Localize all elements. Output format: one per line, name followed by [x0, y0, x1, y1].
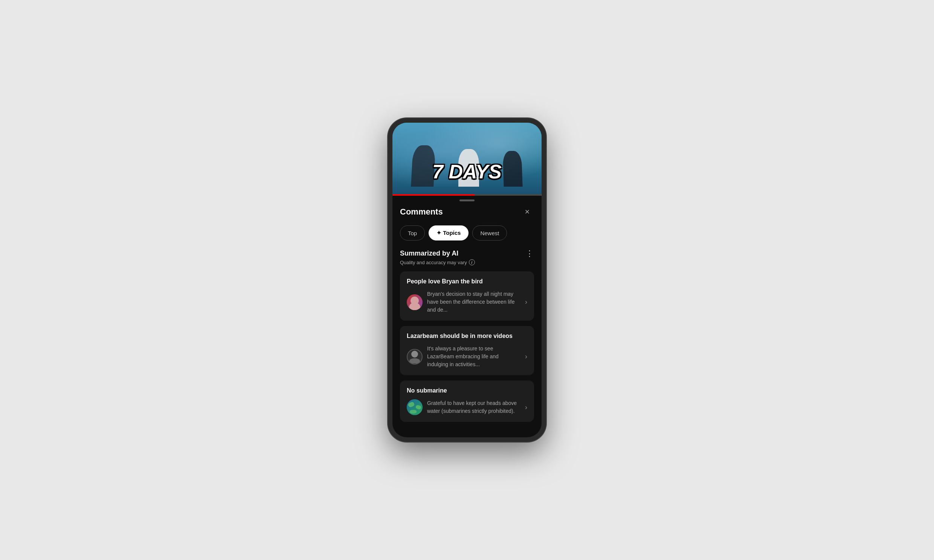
tab-topics-label: Topics: [443, 229, 461, 236]
more-options-button[interactable]: ⋮: [526, 249, 534, 258]
topic-card-submarine-text: Grateful to have kept our heads above wa…: [427, 399, 521, 415]
topic-card-bryan[interactable]: People love Bryan the bird Bryan's decis…: [400, 271, 534, 321]
tab-top[interactable]: Top: [400, 225, 425, 240]
comments-title: Comments: [400, 207, 443, 217]
topic-card-submarine[interactable]: No submarine Grateful to have kept our h…: [400, 380, 534, 422]
topic-card-bryan-text: Bryan's decision to stay all night may h…: [427, 290, 521, 314]
drag-indicator-area: [392, 196, 542, 204]
filter-tabs: Top ✦Topics Newest: [400, 225, 534, 240]
drag-pill: [459, 200, 475, 202]
avatar-2: [407, 349, 422, 365]
phone-frame: 7 DAYS Comments × Top ✦Topics Newest Sum…: [388, 118, 546, 442]
chevron-right-icon-2: ›: [525, 352, 527, 360]
chevron-right-icon-3: ›: [525, 403, 527, 411]
avatar-3: [407, 399, 422, 415]
sparkle-icon: ✦: [436, 229, 441, 236]
topic-card-submarine-body: Grateful to have kept our heads above wa…: [407, 399, 527, 415]
ai-summary-subtitle: Quality and accuracy may vary i: [400, 259, 534, 265]
topic-card-lazarbeam-title: Lazarbeam should be in more videos: [407, 333, 527, 340]
tab-topics[interactable]: ✦Topics: [428, 225, 469, 240]
video-progress-bar[interactable]: [392, 194, 542, 196]
ai-summary-header: Summarized by AI ⋮: [400, 249, 534, 258]
avatar-1: [407, 294, 422, 310]
topic-card-bryan-body: Bryan's decision to stay all night may h…: [407, 290, 527, 314]
topic-card-lazarbeam-text: It's always a pleasure to see LazarBeam …: [427, 345, 521, 368]
close-button[interactable]: ×: [521, 205, 534, 218]
topic-card-submarine-title: No submarine: [407, 387, 527, 394]
info-icon[interactable]: i: [469, 259, 475, 265]
silhouette-right: [502, 151, 522, 187]
silhouette-left: [411, 145, 436, 187]
comments-panel: Comments × Top ✦Topics Newest Summarized…: [392, 204, 542, 437]
video-area: 7 DAYS: [392, 123, 542, 194]
topic-card-lazarbeam-body: It's always a pleasure to see LazarBeam …: [407, 345, 527, 368]
comments-header: Comments ×: [400, 204, 534, 225]
ai-summary-title: Summarized by AI: [400, 249, 458, 257]
tab-newest[interactable]: Newest: [472, 225, 507, 240]
ai-summary-subtitle-text: Quality and accuracy may vary: [400, 260, 467, 265]
video-title-text: 7 DAYS: [432, 160, 502, 183]
chevron-right-icon-1: ›: [525, 298, 527, 306]
topic-card-bryan-title: People love Bryan the bird: [407, 278, 527, 285]
topic-card-lazarbeam[interactable]: Lazarbeam should be in more videos It's …: [400, 326, 534, 375]
video-progress-fill: [392, 194, 475, 196]
